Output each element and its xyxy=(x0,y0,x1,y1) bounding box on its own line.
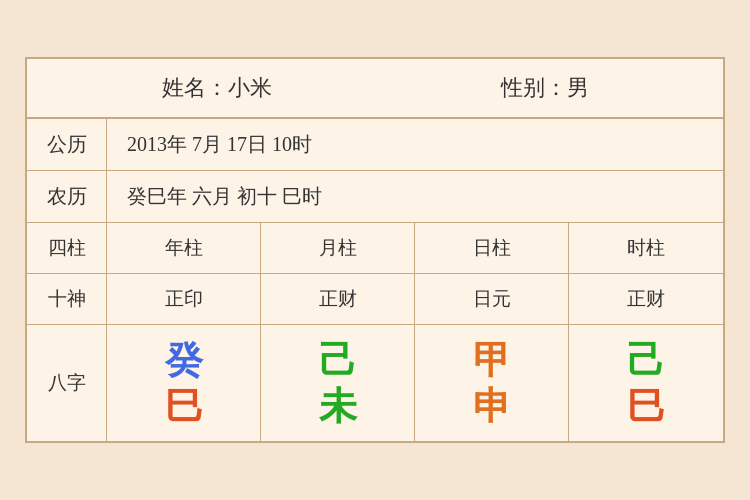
shishen-day: 日元 xyxy=(415,274,569,324)
bazi-month-bottom: 未 xyxy=(319,387,357,425)
bazi-year-top: 癸 xyxy=(165,341,203,379)
main-container: 姓名：小米 性别：男 公历 2013年 7月 17日 10时 农历 癸巳年 六月… xyxy=(25,57,725,443)
lunar-label: 农历 xyxy=(27,171,107,222)
bazi-day-cell: 甲 申 xyxy=(415,325,569,441)
bazi-month-cell: 己 未 xyxy=(261,325,415,441)
lunar-value: 癸巳年 六月 初十 巳时 xyxy=(107,171,723,222)
bazi-row: 八字 癸 巳 己 未 甲 申 己 巳 xyxy=(27,325,723,441)
gender-label: 性别：男 xyxy=(501,73,589,103)
bazi-month-top: 己 xyxy=(319,341,357,379)
name-label: 姓名：小米 xyxy=(162,73,272,103)
bazi-year-cell: 癸 巳 xyxy=(107,325,261,441)
bazi-label: 八字 xyxy=(27,325,107,441)
bazi-hour-top: 己 xyxy=(627,341,665,379)
hour-pillar-label: 时柱 xyxy=(569,223,723,273)
lunar-row: 农历 癸巳年 六月 初十 巳时 xyxy=(27,171,723,223)
header-row: 姓名：小米 性别：男 xyxy=(27,59,723,119)
sizhu-label: 四柱 xyxy=(27,223,107,273)
shishen-row: 十神 正印 正财 日元 正财 xyxy=(27,274,723,325)
shishen-month: 正财 xyxy=(261,274,415,324)
day-pillar-label: 日柱 xyxy=(415,223,569,273)
shishen-hour: 正财 xyxy=(569,274,723,324)
solar-row: 公历 2013年 7月 17日 10时 xyxy=(27,119,723,171)
columns-header-row: 四柱 年柱 月柱 日柱 时柱 xyxy=(27,223,723,274)
bazi-hour-bottom: 巳 xyxy=(627,387,665,425)
bazi-day-bottom: 申 xyxy=(473,387,511,425)
shishen-year: 正印 xyxy=(107,274,261,324)
month-pillar-label: 月柱 xyxy=(261,223,415,273)
year-pillar-label: 年柱 xyxy=(107,223,261,273)
bazi-hour-cell: 己 巳 xyxy=(569,325,723,441)
bazi-year-bottom: 巳 xyxy=(165,387,203,425)
shishen-label: 十神 xyxy=(27,274,107,324)
bazi-day-top: 甲 xyxy=(473,341,511,379)
solar-label: 公历 xyxy=(27,119,107,170)
solar-value: 2013年 7月 17日 10时 xyxy=(107,119,723,170)
